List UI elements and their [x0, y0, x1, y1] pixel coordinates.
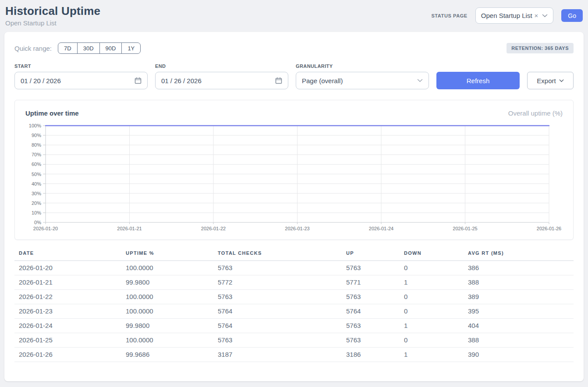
table-cell: 5772 [213, 275, 342, 290]
table-cell: 100.0000 [121, 261, 213, 275]
table-cell: 5763 [213, 290, 342, 304]
quick-range-group: 7D 30D 90D 1Y [58, 42, 141, 54]
status-page-select[interactable]: Open Startup List × [475, 7, 554, 24]
quick-range-90d-button[interactable]: 90D [99, 42, 122, 54]
table-cell: 388 [464, 275, 574, 290]
table-cell: 3187 [213, 348, 342, 362]
granularity-selected-value: Page (overall) [302, 77, 417, 84]
chart-legend: Overall uptime (%) [508, 109, 563, 117]
retention-badge: RETENTION: 365 DAYS [507, 43, 574, 53]
topbar: Historical Uptime Open Startup List STAT… [0, 0, 588, 32]
table-cell: 0 [400, 290, 464, 304]
historical-uptime-page: Historical Uptime Open Startup List STAT… [0, 0, 588, 387]
svg-text:70%: 70% [32, 152, 41, 157]
svg-text:60%: 60% [32, 162, 41, 167]
table-cell: 99.9686 [121, 348, 213, 362]
start-date-value: 01 / 20 / 2026 [21, 77, 135, 84]
table-cell: 2026-01-20 [14, 261, 121, 275]
svg-text:2026-01-22: 2026-01-22 [201, 226, 226, 231]
go-button[interactable]: Go [561, 9, 583, 22]
table-row: 2026-01-2699.9686318731861390 [14, 348, 574, 362]
table-header-row: DATEUPTIME %TOTAL CHECKSUPDOWNAVG RT (MS… [14, 250, 574, 261]
quick-range-1y-button[interactable]: 1Y [121, 42, 141, 54]
status-page-label: STATUS PAGE [431, 13, 467, 18]
svg-text:0%: 0% [34, 220, 41, 225]
uptime-table-head: DATEUPTIME %TOTAL CHECKSUPDOWNAVG RT (MS… [14, 250, 574, 261]
table-column-header: DOWN [400, 250, 464, 261]
chevron-down-icon [542, 14, 548, 18]
table-cell: 5763 [213, 333, 342, 348]
export-button[interactable]: Export [527, 72, 574, 89]
svg-text:40%: 40% [32, 181, 41, 186]
start-date-input[interactable]: 01 / 20 / 2026 [14, 72, 148, 89]
uptime-table: DATEUPTIME %TOTAL CHECKSUPDOWNAVG RT (MS… [14, 250, 574, 362]
table-cell: 0 [400, 261, 464, 275]
end-label: END [155, 63, 288, 69]
svg-text:2026-01-20: 2026-01-20 [33, 226, 58, 231]
clear-icon[interactable]: × [534, 12, 539, 19]
filter-fields-row: START 01 / 20 / 2026 END 01 / 26 / 2026 [14, 63, 574, 89]
table-cell: 5763 [342, 290, 400, 304]
svg-text:2026-01-23: 2026-01-23 [285, 226, 309, 231]
calendar-icon[interactable] [135, 77, 142, 84]
svg-text:2026-01-21: 2026-01-21 [117, 226, 142, 231]
table-cell: 100.0000 [121, 290, 213, 304]
table-cell: 2026-01-26 [14, 348, 121, 362]
svg-text:50%: 50% [32, 172, 41, 177]
end-date-field: END 01 / 26 / 2026 [155, 63, 288, 89]
uptime-chart-card: Uptime over time Overall uptime (%) 0%10… [14, 100, 574, 240]
uptime-chart: 0%10%20%30%40%50%60%70%80%90%100%2026-01… [25, 122, 563, 234]
table-cell: 100.0000 [121, 333, 213, 348]
chart-title: Uptime over time [25, 109, 79, 117]
calendar-icon[interactable] [275, 77, 282, 84]
table-cell: 389 [464, 290, 574, 304]
table-row: 2026-01-20100.0000576357630386 [14, 261, 574, 275]
table-cell: 3186 [342, 348, 400, 362]
table-column-header: TOTAL CHECKS [213, 250, 342, 261]
table-row: 2026-01-2199.9800577257711388 [14, 275, 574, 290]
start-label: START [14, 63, 148, 69]
table-cell: 386 [464, 261, 574, 275]
table-cell: 5764 [342, 304, 400, 319]
table-cell: 0 [400, 333, 464, 348]
table-cell: 2026-01-25 [14, 333, 121, 348]
page-title: Historical Uptime [5, 4, 100, 18]
table-column-header: AVG RT (MS) [464, 250, 574, 261]
status-page-controls: STATUS PAGE Open Startup List × Go [431, 7, 583, 24]
refresh-button[interactable]: Refresh [436, 72, 520, 89]
table-cell: 5763 [342, 333, 400, 348]
uptime-table-body: 2026-01-20100.00005763576303862026-01-21… [14, 261, 574, 362]
svg-text:80%: 80% [32, 142, 41, 148]
svg-text:2026-01-26: 2026-01-26 [537, 226, 561, 231]
export-button-label: Export [537, 77, 556, 84]
svg-text:90%: 90% [32, 133, 41, 138]
title-block: Historical Uptime Open Startup List [5, 4, 100, 27]
quick-range-label: Quick range: [14, 45, 52, 52]
quick-range-row: Quick range: 7D 30D 90D 1Y RETENTION: 36… [14, 42, 574, 54]
svg-text:20%: 20% [32, 201, 41, 206]
table-cell: 5771 [342, 275, 400, 290]
table-column-header: UPTIME % [121, 250, 213, 261]
start-date-field: START 01 / 20 / 2026 [14, 63, 148, 89]
table-cell: 100.0000 [121, 304, 213, 319]
table-cell: 99.9800 [121, 275, 213, 290]
svg-text:10%: 10% [32, 210, 41, 215]
table-cell: 388 [464, 333, 574, 348]
quick-range-7d-button[interactable]: 7D [58, 42, 78, 54]
end-date-input[interactable]: 01 / 26 / 2026 [155, 72, 288, 89]
table-cell: 1 [400, 319, 464, 333]
table-cell: 395 [464, 304, 574, 319]
table-cell: 2026-01-22 [14, 290, 121, 304]
granularity-select[interactable]: Page (overall) [296, 72, 429, 89]
chevron-down-icon [417, 79, 423, 82]
table-row: 2026-01-2499.9800576457631404 [14, 319, 574, 333]
quick-range-30d-button[interactable]: 30D [77, 42, 100, 54]
table-cell: 5764 [213, 319, 342, 333]
table-row: 2026-01-22100.0000576357630389 [14, 290, 574, 304]
table-cell: 5763 [342, 261, 400, 275]
table-cell: 5764 [213, 304, 342, 319]
table-cell: 99.9800 [121, 319, 213, 333]
table-cell: 2026-01-24 [14, 319, 121, 333]
svg-text:2026-01-24: 2026-01-24 [369, 226, 393, 231]
status-page-selected-value: Open Startup List [481, 12, 532, 19]
